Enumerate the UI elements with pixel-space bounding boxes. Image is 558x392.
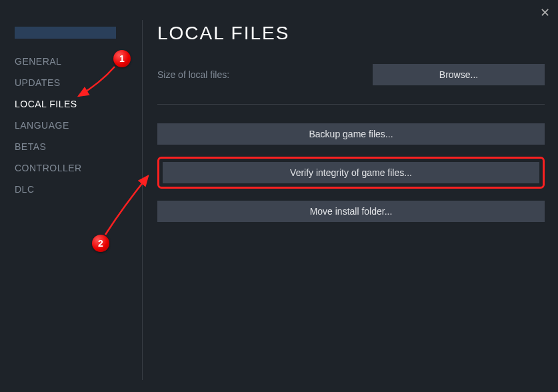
annotation-marker-1: 1: [113, 50, 131, 67]
annotation-marker-2: 2: [92, 235, 109, 252]
annotation-arrow-2: [0, 0, 267, 333]
browse-button[interactable]: Browse...: [373, 64, 545, 85]
